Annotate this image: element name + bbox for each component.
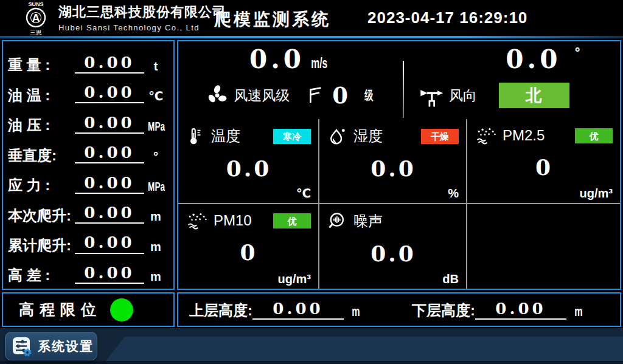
elevation-limit-label: 高程限位 xyxy=(19,300,102,320)
company-logo: SUNS A 三思 xyxy=(16,1,56,36)
metric-label: 垂直度: xyxy=(8,147,75,164)
company-name-en: Hubei Sansi Technology Co., Ltd xyxy=(58,23,226,32)
metric-label: 油 压 : xyxy=(8,117,75,134)
sensor-unit: ug/m³ xyxy=(580,187,613,201)
svg-text:A: A xyxy=(32,12,40,24)
height-unit: m xyxy=(574,304,582,320)
sensor-cell-temperature: 温度 寒冷 0.0 ℃ xyxy=(178,119,319,204)
wind-speed-block: 0.0 m/s 风速风级 0 xyxy=(178,41,403,119)
metric-row-oil-temp: 油 温 : 0.00 ℃ xyxy=(8,75,167,103)
metric-label: 高 差 : xyxy=(8,267,75,284)
sensor-value: 0.0 xyxy=(328,156,459,181)
status-badge: 寒冷 xyxy=(273,129,311,144)
dust-icon xyxy=(476,126,496,145)
page-title: 爬模监测系统 xyxy=(214,8,331,31)
wind-direction-unit: ° xyxy=(575,45,580,60)
noise-icon xyxy=(328,211,347,231)
sensor-cell-pm10: PM10 优 0 ug/m³ xyxy=(178,204,319,289)
metric-unit: m xyxy=(144,270,167,284)
sensor-name: PM10 xyxy=(214,212,252,229)
metric-label: 本次爬升: xyxy=(8,207,75,224)
metric-unit: ℃ xyxy=(144,89,167,103)
metric-row-oil-pressure: 油 压 : 0.00 MPa xyxy=(8,105,167,134)
wind-direction-readout: 0.0 ° xyxy=(403,45,620,79)
metric-row-height-diff: 高 差 : 0.00 m xyxy=(8,255,167,284)
company-name: 湖北三思科技股份有限公司 Hubei Sansi Technology Co.,… xyxy=(58,3,226,32)
wind-scale-readout: 风速风级 0 级 xyxy=(178,83,403,109)
metric-row-stress: 应 力 : 0.00 MPa xyxy=(8,165,167,194)
wind-speed-unit: m/s xyxy=(312,55,328,72)
sensor-name: 温度 xyxy=(211,126,240,146)
status-badge: 优 xyxy=(273,213,311,228)
wind-direction-block: 0.0 ° 风向 北 xyxy=(403,41,620,119)
wind-scale-unit: 级 xyxy=(364,87,373,104)
wind-section: 0.0 m/s 风速风级 0 xyxy=(178,41,620,119)
settings-sliders-icon xyxy=(11,335,33,357)
sensor-grid: 温度 寒冷 0.0 ℃ 湿度 干燥 0.0 % xyxy=(178,119,620,289)
company-name-cn: 湖北三思科技股份有限公司 xyxy=(58,3,226,21)
metric-value: 0.00 xyxy=(75,174,144,194)
sensor-unit: ug/m³ xyxy=(278,272,311,286)
logo-icon: SUNS A 三思 xyxy=(16,1,56,36)
taskbar: 系统设置 xyxy=(0,328,623,364)
height-unit: m xyxy=(352,304,360,320)
system-settings-button[interactable]: 系统设置 xyxy=(5,332,97,360)
metric-row-weight: 重 量 : 0.00 t xyxy=(8,45,167,74)
metric-label: 油 温 : xyxy=(8,87,75,104)
sensor-cell-noise: 噪声 0.0 dB xyxy=(319,204,467,289)
sensor-cell-pm25: PM2.5 优 0 ug/m³ xyxy=(467,119,620,204)
metric-unit: m xyxy=(144,240,167,254)
taskbar-decoration xyxy=(96,337,623,364)
sensor-value: 0.0 xyxy=(328,241,459,266)
wind-vane-icon xyxy=(419,83,444,108)
wind-flag-icon xyxy=(305,86,324,105)
metric-value: 0.00 xyxy=(75,83,144,103)
dust-icon xyxy=(187,211,207,230)
upper-height-group: 上层高度: 0.00 m xyxy=(189,300,388,320)
sensor-unit: % xyxy=(448,187,459,201)
metric-value: 0.00 xyxy=(75,233,144,253)
metric-value: 0.00 xyxy=(75,143,144,163)
sensor-name: 噪声 xyxy=(353,211,383,231)
droplet-icon xyxy=(328,126,347,146)
sensor-value: 0 xyxy=(476,154,613,180)
wind-scale-value: 0 xyxy=(332,83,352,109)
wind-speed-readout: 0.0 m/s xyxy=(178,45,403,79)
metric-value: 0.00 xyxy=(75,264,144,284)
status-indicator-light xyxy=(110,298,133,321)
header-separator xyxy=(0,36,623,38)
settings-button-label: 系统设置 xyxy=(38,338,94,355)
taskbar-bottom-edge xyxy=(0,361,623,364)
elevation-limit-box: 高程限位 xyxy=(2,292,175,327)
wind-speed-value: 0.0 xyxy=(249,44,305,74)
status-badge: 干燥 xyxy=(421,129,459,144)
lower-height-group: 下层高度: 0.00 m xyxy=(412,300,610,320)
heights-bar: 上层高度: 0.00 m 下层高度: 0.00 m xyxy=(177,292,621,327)
metric-label: 应 力 : xyxy=(8,177,75,194)
sensor-value: 0 xyxy=(187,239,311,265)
height-value: 0.00 xyxy=(475,300,566,320)
sensor-name: 湿度 xyxy=(353,126,383,146)
wind-direction-label: 风向 xyxy=(449,86,477,105)
wind-divider xyxy=(403,61,404,118)
metric-value: 0.00 xyxy=(75,53,144,74)
wind-speed-label: 风速风级 xyxy=(234,86,290,105)
wind-direction-row: 风向 北 xyxy=(403,83,620,108)
header: SUNS A 三思 湖北三思科技股份有限公司 Hubei Sansi Techn… xyxy=(0,0,623,36)
metric-unit: ° xyxy=(144,149,167,163)
metric-row-total-climb: 累计爬升: 0.00 m xyxy=(8,225,167,254)
sensor-cell-humidity: 湿度 干燥 0.0 % xyxy=(319,119,467,204)
svg-text:SUNS: SUNS xyxy=(28,1,43,7)
thermometer-icon xyxy=(187,126,205,146)
status-badge: 优 xyxy=(575,128,613,143)
height-label: 上层高度: xyxy=(189,302,252,320)
height-label: 下层高度: xyxy=(412,302,475,320)
gear-icon xyxy=(24,349,30,355)
metric-label: 重 量 : xyxy=(8,57,75,74)
metric-row-verticality: 垂直度: 0.00 ° xyxy=(8,135,167,163)
wind-direction-value: 0.0 xyxy=(506,44,561,74)
metric-value: 0.00 xyxy=(75,204,144,224)
sensor-unit: ℃ xyxy=(296,186,311,201)
svg-text:三思: 三思 xyxy=(30,29,42,36)
metric-unit: t xyxy=(144,60,167,74)
